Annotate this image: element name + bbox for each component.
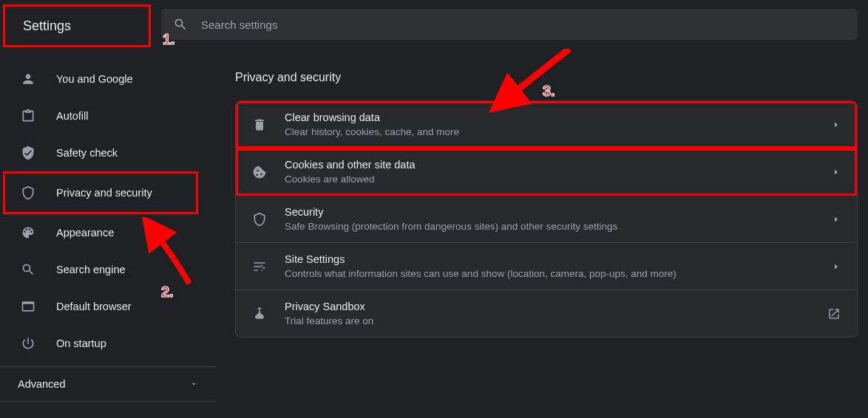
sidebar-item-label: Appearance (56, 227, 114, 239)
content-area: Privacy and security Clear browsing data… (216, 49, 868, 418)
sidebar-item-you-and-google[interactable]: You and Google (0, 61, 216, 97)
sidebar-item-search-engine[interactable]: Search engine (0, 251, 216, 288)
sidebar-advanced[interactable]: Advanced (0, 366, 216, 402)
shield-icon (21, 185, 35, 200)
search-bar[interactable] (161, 9, 858, 40)
browser-icon (21, 299, 35, 314)
shield-check-icon (21, 145, 35, 160)
row-subtitle: Safe Browsing (protection from dangerous… (285, 221, 814, 232)
sidebar-item-on-startup[interactable]: On startup (0, 325, 216, 362)
row-title: Cookies and other site data (285, 159, 814, 171)
sidebar-item-autofill[interactable]: Autofill (0, 97, 216, 134)
chevron-right-icon (832, 215, 841, 224)
row-title: Clear browsing data (285, 112, 814, 123)
row-subtitle: Trial features are on (285, 315, 810, 326)
sidebar-item-label: Autofill (56, 110, 89, 122)
sidebar: You and Google Autofill Safety check Pri… (0, 49, 216, 418)
cookie-icon (252, 165, 267, 179)
chevron-right-icon (832, 168, 841, 177)
row-security[interactable]: Security Safe Browsing (protection from … (236, 196, 857, 243)
sidebar-item-privacy-and-security[interactable]: Privacy and security (3, 171, 198, 214)
row-title: Security (285, 206, 814, 218)
search-input[interactable] (201, 18, 846, 31)
chevron-right-icon (832, 262, 841, 271)
row-privacy-sandbox[interactable]: Privacy Sandbox Trial features are on (236, 290, 857, 337)
chevron-down-icon (189, 380, 198, 388)
row-site-settings[interactable]: Site Settings Controls what information … (236, 243, 857, 290)
row-subtitle: Controls what information sites can use … (285, 268, 814, 279)
row-subtitle: Clear history, cookies, cache, and more (285, 126, 814, 137)
sidebar-item-safety-check[interactable]: Safety check (0, 134, 216, 171)
row-title: Site Settings (285, 253, 814, 265)
flask-icon (252, 306, 267, 321)
row-title: Privacy Sandbox (285, 301, 810, 312)
clipboard-icon (21, 109, 35, 123)
sidebar-item-label: You and Google (56, 73, 132, 85)
section-header: Privacy and security (235, 71, 858, 84)
trash-icon (252, 117, 267, 132)
sidebar-item-appearance[interactable]: Appearance (0, 214, 216, 251)
sidebar-item-label: Search engine (56, 264, 126, 275)
row-clear-browsing-data[interactable]: Clear browsing data Clear history, cooki… (236, 101, 857, 148)
search-icon (173, 17, 188, 32)
page-title: Settings (23, 18, 71, 34)
row-subtitle: Cookies are allowed (285, 174, 814, 185)
external-link-icon (827, 307, 841, 321)
sidebar-item-label: Safety check (56, 147, 118, 159)
chevron-right-icon (832, 120, 841, 129)
palette-icon (21, 225, 35, 240)
settings-title-box: Settings (3, 4, 151, 47)
sidebar-item-label: Privacy and security (56, 187, 152, 199)
power-icon (21, 336, 35, 351)
shield-icon (252, 212, 267, 227)
sliders-icon (252, 259, 267, 274)
person-icon (21, 72, 35, 86)
sidebar-item-label: Default browser (56, 301, 132, 312)
advanced-label: Advanced (18, 378, 66, 390)
settings-card: Clear browsing data Clear history, cooki… (235, 100, 858, 338)
sidebar-item-label: On startup (56, 338, 106, 349)
row-cookies[interactable]: Cookies and other site data Cookies are … (236, 148, 857, 196)
sidebar-item-default-browser[interactable]: Default browser (0, 288, 216, 325)
search-icon (21, 262, 35, 277)
